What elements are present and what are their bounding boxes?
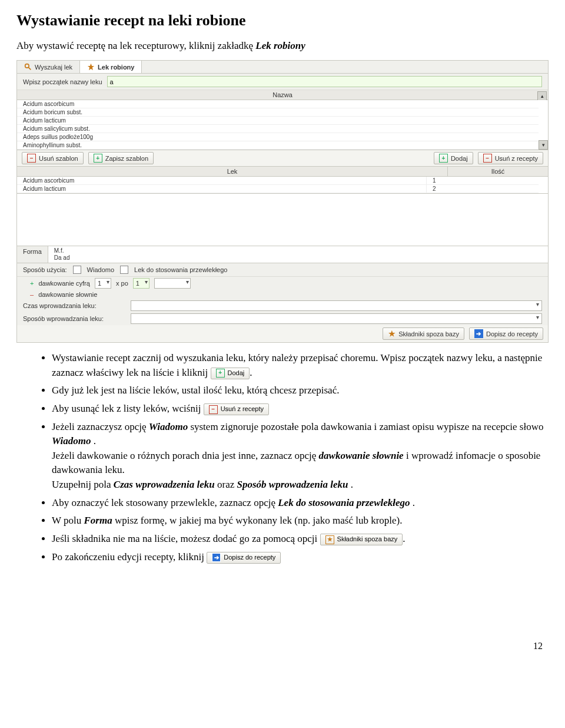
remove-template-label: Usuń szablon xyxy=(39,155,78,162)
remove-template-button[interactable]: – Usuń szablon xyxy=(22,152,84,164)
tab-custom-label: Lek robiony xyxy=(98,64,134,71)
app-panel: Wyszukaj lek Lek robiony Wpisz początek … xyxy=(16,60,549,343)
blank-grid-area xyxy=(17,194,548,246)
plus-icon: + xyxy=(439,154,448,163)
minus-icon: – xyxy=(27,154,36,163)
usage-label: Sposób użycia: xyxy=(23,266,67,273)
dosing-numeric-row: + dawkowanie cyfrą 1 x po 1 xyxy=(17,277,548,290)
tab-custom-drug[interactable]: Lek robiony xyxy=(80,61,142,73)
inline-external-label: Składniki spoza bazy xyxy=(337,535,398,544)
intro-text: Aby wystawić receptę na lek recepturowy,… xyxy=(16,40,255,51)
text: . xyxy=(94,435,96,446)
chronic-label: Lek do stosowania przewlekłego xyxy=(134,266,227,273)
svg-marker-2 xyxy=(88,64,94,70)
text: oraz xyxy=(217,479,237,490)
save-template-button[interactable]: + Zapisz szablon xyxy=(88,152,154,164)
forma-input[interactable]: M.f. Da ad xyxy=(48,246,548,263)
added-list[interactable]: Acidum ascorbicum 1 Acidum lacticum 2 xyxy=(17,177,548,194)
added-grid-header: Lek Ilość xyxy=(17,167,548,177)
column-name-header: Nazwa xyxy=(272,91,293,98)
text-em: Czas wprowadzenia leku xyxy=(114,479,215,490)
star-icon: ★ xyxy=(388,330,396,337)
page-title: Wystawianie recept na leki robione xyxy=(16,12,549,29)
star-icon: ★ xyxy=(325,535,334,544)
search-row: Wpisz początek nazwy leku xyxy=(17,74,548,90)
table-row[interactable]: Acidum ascorbicum 1 xyxy=(17,177,539,185)
list-item[interactable]: Acidum salicylicum subst. xyxy=(17,125,539,133)
plus-icon: + xyxy=(30,280,34,287)
added-drug-qty[interactable]: 2 xyxy=(426,185,539,193)
list-item: Jeżeli zaznaczysz opcję Wiadomo system z… xyxy=(52,420,549,492)
text: Uzupełnij pola xyxy=(52,479,114,490)
list-item[interactable]: Acidum ascorbicum xyxy=(17,100,539,108)
method-select[interactable] xyxy=(131,313,542,324)
wiadomo-checkbox[interactable] xyxy=(73,266,81,274)
list-item: Gdy już lek jest na liście leków, ustal … xyxy=(52,383,549,398)
add-button[interactable]: + Dodaj xyxy=(434,152,473,164)
text-em: Sposób wprowadzenia leku xyxy=(237,479,348,490)
search-icon xyxy=(24,63,32,71)
inline-add-button[interactable]: + Dodaj xyxy=(211,368,250,379)
list-item[interactable]: Acidum boricum subst. xyxy=(17,108,539,117)
dosing-unit-select[interactable] xyxy=(154,278,191,289)
minus-icon: – xyxy=(483,154,492,163)
inline-external-button[interactable]: ★ Składniki spoza bazy xyxy=(320,534,403,545)
search-label: Wpisz początek nazwy leku xyxy=(23,78,102,85)
inline-remove-label: Usuń z recepty xyxy=(221,405,264,414)
text-em: Forma xyxy=(84,515,112,526)
plus-icon: + xyxy=(216,369,225,378)
dosing-words-label: dawkowanie słownie xyxy=(38,291,97,298)
table-row[interactable]: Acidum lacticum 2 xyxy=(17,185,539,193)
text-em: dawkowanie słownie xyxy=(319,450,404,461)
scroll-up-icon[interactable]: ▴ xyxy=(537,91,547,101)
substance-list[interactable]: Acidum ascorbicum Acidum boricum subst. … xyxy=(17,100,548,150)
forma-row: Forma M.f. Da ad xyxy=(17,246,548,263)
substance-grid-header: Nazwa ▴ xyxy=(17,90,548,100)
text: . xyxy=(413,497,415,508)
inline-remove-button[interactable]: – Usuń z recepty xyxy=(204,403,269,415)
text: . xyxy=(351,479,353,490)
tab-bar: Wyszukaj lek Lek robiony xyxy=(17,61,548,74)
forma-label: Forma xyxy=(17,246,48,263)
time-label: Czas wprowadzania leku: xyxy=(23,302,126,309)
chronic-checkbox[interactable] xyxy=(120,266,128,274)
list-item[interactable]: Aminophyllinum subst. xyxy=(17,141,539,150)
remove-from-prescription-button[interactable]: – Usuń z recepty xyxy=(478,152,543,164)
instruction-list: Wystawianie recept zacznij od wyszukania… xyxy=(16,351,549,564)
list-item[interactable]: Acidum lacticum xyxy=(17,117,539,125)
bottom-button-bar: ★ Składniki spoza bazy ➔ Dopisz do recep… xyxy=(17,325,548,342)
append-to-prescription-button[interactable]: ➔ Dopisz do recepty xyxy=(469,327,543,340)
tab-search-drug[interactable]: Wyszukaj lek xyxy=(17,61,80,73)
dosing-amount-select[interactable]: 1 xyxy=(133,278,149,289)
text: system zignoruje pozostałe pola dawkowan… xyxy=(190,421,543,432)
arrow-right-icon: ➔ xyxy=(212,553,221,562)
external-ingredients-button[interactable]: ★ Składniki spoza bazy xyxy=(383,327,464,340)
dosing-numeric-label: dawkowanie cyfrą xyxy=(38,280,89,287)
method-row: Sposób wprowadzania leku: xyxy=(17,312,548,325)
page-number: 12 xyxy=(16,641,549,651)
added-drug-name: Acidum lacticum xyxy=(17,185,426,193)
svg-line-1 xyxy=(28,67,31,70)
star-icon xyxy=(87,63,95,71)
column-lek-header: Lek xyxy=(17,167,448,176)
inline-append-button[interactable]: ➔ Dopisz do recepty xyxy=(207,552,281,564)
search-input[interactable] xyxy=(107,76,543,87)
scroll-down-icon[interactable]: ▾ xyxy=(539,140,548,150)
external-ingredients-label: Składniki spoza bazy xyxy=(398,330,459,337)
text: Po zakończeniu edycji recepty, kliknij xyxy=(52,551,207,562)
time-select[interactable] xyxy=(131,300,542,311)
minus-icon: – xyxy=(30,291,34,298)
tab-search-label: Wyszukaj lek xyxy=(35,64,72,71)
list-item: Wystawianie recept zacznij od wyszukania… xyxy=(52,351,549,380)
intro-paragraph: Aby wystawić receptę na lek recepturowy,… xyxy=(16,40,549,52)
added-drug-qty[interactable]: 1 xyxy=(426,177,539,184)
dosing-times-select[interactable]: 1 xyxy=(95,278,111,289)
text: Jeżeli zaznaczysz opcję xyxy=(52,421,149,432)
list-item: Po zakończeniu edycji recepty, kliknij ➔… xyxy=(52,550,549,565)
text: wpisz formę, w jakiej ma być wykonany le… xyxy=(115,515,403,526)
inline-add-label: Dodaj xyxy=(228,369,245,378)
template-button-bar: – Usuń szablon + Zapisz szablon + Dodaj … xyxy=(17,150,548,167)
added-drug-name: Acidum ascorbicum xyxy=(17,177,426,184)
wiadomo-label: Wiadomo xyxy=(87,266,114,273)
list-item[interactable]: Adeps suillus podłoże100g xyxy=(17,133,539,141)
